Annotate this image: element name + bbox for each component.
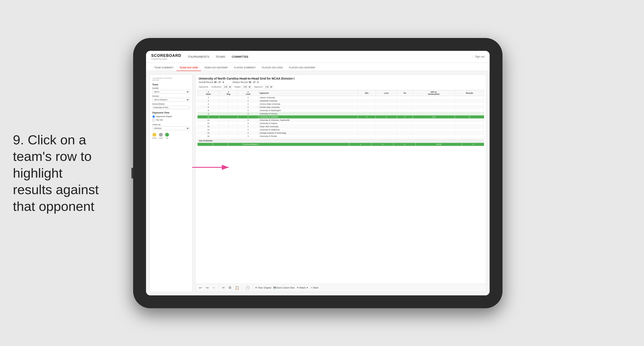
sub-nav: TEAM SUMMARY TEAM H2H GRID TEAM H2H HEAT… bbox=[146, 63, 490, 71]
opponents-filter-label: Opponents: bbox=[199, 86, 209, 88]
level-dot bbox=[159, 133, 163, 137]
tablet-screen: SCOREBOARD Powered by clippd TOURNAMENTS… bbox=[146, 51, 490, 295]
table-header-row: #Rank #Reg #Conf Opponent Win Loss Tie D… bbox=[198, 90, 484, 96]
table-row[interactable]: 15-4Georgia Institute of Technology bbox=[198, 131, 484, 134]
save-icon: 💾 bbox=[273, 287, 276, 289]
undo-btn[interactable]: ↩ bbox=[198, 285, 203, 290]
table-row[interactable]: 4-1Arizona State University bbox=[198, 102, 484, 105]
out-div-rounds: 3 bbox=[462, 143, 484, 146]
legend-down: Down bbox=[152, 133, 156, 139]
nav-committee[interactable]: COMMITTEE bbox=[232, 54, 248, 59]
share-icon: ↗ bbox=[310, 287, 312, 289]
toolbar-divider-1 bbox=[219, 286, 219, 290]
gender-select[interactable]: Men's bbox=[152, 90, 190, 94]
last-updated: Last Updated: 27/03/2024 16:55:38 bbox=[152, 77, 190, 81]
left-panel: Last Updated: 27/03/2024 16:55:38 Team G… bbox=[150, 74, 192, 292]
col-diff: Diff AvStrokes/Rnd bbox=[412, 90, 455, 96]
sign-out-button[interactable]: Sign out bbox=[475, 55, 484, 58]
save-custom-btn[interactable]: 💾 Save Custom View bbox=[273, 287, 294, 289]
out-of-division-label: Out of division bbox=[197, 139, 484, 143]
main-content: Last Updated: 27/03/2024 16:55:38 Team G… bbox=[146, 71, 490, 295]
col-win: Win bbox=[358, 90, 376, 96]
grid-header: University of North Carolina Head-to-Hea… bbox=[196, 75, 486, 90]
col-rounds: Rounds bbox=[455, 90, 484, 96]
watch-btn[interactable]: 👁 Watch ▼ bbox=[297, 287, 308, 289]
table-row[interactable]: 16-3University of Florida bbox=[198, 134, 484, 138]
table-row[interactable]: 6-2Florida State University bbox=[198, 105, 484, 109]
school-rank-box[interactable]: University of Nort... bbox=[152, 106, 190, 109]
table-row[interactable]: 11-6University of Arkansas, Fayetteville bbox=[198, 118, 484, 122]
top-nav: SCOREBOARD Powered by clippd TOURNAMENTS… bbox=[146, 51, 490, 63]
toolbar-divider-3 bbox=[253, 286, 253, 290]
table-row[interactable]: 3-2Vanderbilt University bbox=[198, 99, 484, 102]
colour-by-label: Colour by bbox=[152, 124, 190, 126]
eye-icon: 👁 bbox=[255, 287, 257, 289]
table-row[interactable]: 2-1Auburn University bbox=[198, 96, 484, 99]
legend-level: Level bbox=[159, 133, 163, 139]
col-reg: #Reg bbox=[219, 90, 238, 96]
grid-records: Overall Record: 89 - 17 - 0 Division Rec… bbox=[199, 81, 483, 83]
tab-player-h2h-grid[interactable]: PLAYER H2H GRID bbox=[259, 66, 286, 71]
radio-top100[interactable]: Top 100 bbox=[152, 119, 190, 121]
tablet-frame: SCOREBOARD Powered by clippd TOURNAMENTS… bbox=[133, 38, 502, 308]
view-original-btn[interactable]: 👁 View: Original bbox=[255, 287, 271, 289]
opponent-view-label: Opponent View bbox=[152, 111, 190, 114]
back-btn[interactable]: ← bbox=[212, 285, 217, 290]
out-div-rank bbox=[198, 143, 213, 146]
tab-team-h2h-heatmap[interactable]: TEAM H2H HEATMAP bbox=[201, 66, 231, 71]
down-dot bbox=[152, 133, 156, 137]
col-opponent: Opponent bbox=[258, 90, 358, 96]
copy-btn[interactable]: ⧉ bbox=[228, 285, 232, 290]
redo-btn[interactable]: ↪ bbox=[205, 285, 209, 290]
region-filter: Region (All) bbox=[234, 85, 252, 89]
school-rank-label: School (Rank) bbox=[152, 103, 190, 105]
instruction-text: 9. Click on a team's row to highlight re… bbox=[13, 131, 103, 215]
right-panel: University of North Carolina Head-to-Hea… bbox=[196, 74, 486, 292]
gender-label: Gender bbox=[152, 87, 190, 89]
nav-tournaments[interactable]: TOURNAMENTS bbox=[188, 54, 209, 59]
colour-by-select[interactable]: Win/loss bbox=[152, 126, 190, 130]
out-of-division-table: NCAA Division II 1 0 0 26.00 3 bbox=[197, 143, 484, 146]
team-label: Team bbox=[152, 83, 190, 86]
radio-opponents-played[interactable]: Opponents Played bbox=[152, 115, 190, 118]
paste-btn[interactable]: 📋 bbox=[234, 285, 240, 290]
out-of-division-row[interactable]: NCAA Division II 1 0 0 26.00 3 bbox=[198, 143, 484, 146]
up-dot bbox=[165, 133, 169, 137]
conference-select[interactable]: (All) bbox=[222, 85, 232, 89]
opponent-view-radio-group: Opponents Played Top 100 bbox=[152, 115, 190, 121]
opponent-select[interactable]: (All) bbox=[263, 85, 273, 89]
tab-player-h2h-heatmap[interactable]: PLAYER H2H HEATMAP bbox=[286, 66, 318, 71]
nav-teams[interactable]: TEAMS bbox=[216, 54, 225, 59]
nav-links: TOURNAMENTS TEAMS COMMITTEE bbox=[188, 54, 472, 59]
col-conf: #Conf bbox=[238, 90, 258, 96]
table-row[interactable]: 12-3University of Virginia bbox=[198, 122, 484, 125]
col-tie: Tie bbox=[397, 90, 412, 96]
table-row[interactable]: 11-5University of Alabama3002.618 bbox=[198, 115, 484, 118]
opponent-filter: Opponent (All) bbox=[254, 85, 273, 89]
table-row[interactable]: 9-3University of Arizona bbox=[198, 112, 484, 115]
legend-up: Up bbox=[165, 133, 169, 139]
grid-title: University of North Carolina Head-to-Hea… bbox=[199, 77, 483, 80]
tab-player-summary[interactable]: PLAYER SUMMARY bbox=[231, 66, 259, 71]
division-select[interactable]: NCAA Division I bbox=[152, 98, 190, 102]
tab-team-summary[interactable]: TEAM SUMMARY bbox=[151, 66, 176, 71]
col-rank: #Rank bbox=[198, 90, 219, 96]
tab-team-h2h-grid[interactable]: TEAM H2H GRID bbox=[176, 66, 201, 71]
conference-filter: Conference (All) bbox=[211, 85, 232, 89]
clock-btn[interactable]: 🕐 bbox=[244, 285, 250, 290]
out-div-conf bbox=[228, 143, 243, 146]
scissors-btn[interactable]: ✂ bbox=[221, 285, 226, 290]
step-description: Click on a team's row to highlight resul… bbox=[13, 132, 99, 214]
out-div-diff: 26.00 bbox=[416, 143, 462, 146]
division-label: Division bbox=[152, 95, 190, 97]
region-select[interactable]: (All) bbox=[242, 85, 252, 89]
table-row[interactable]: 13-1Texas Tech University bbox=[198, 125, 484, 128]
table-row[interactable]: 14-2University of Oklahoma bbox=[198, 128, 484, 131]
watch-icon: 👁 bbox=[297, 287, 299, 289]
out-div-tie: 0 bbox=[394, 143, 416, 146]
tablet-side-button bbox=[132, 168, 133, 178]
share-btn[interactable]: ↗ Share bbox=[310, 287, 318, 289]
out-div-name: NCAA Division II bbox=[243, 143, 350, 146]
table-row[interactable]: 8-2University of Washington bbox=[198, 109, 484, 112]
grid-table-wrapper: #Rank #Reg #Conf Opponent Win Loss Tie D… bbox=[196, 90, 486, 284]
